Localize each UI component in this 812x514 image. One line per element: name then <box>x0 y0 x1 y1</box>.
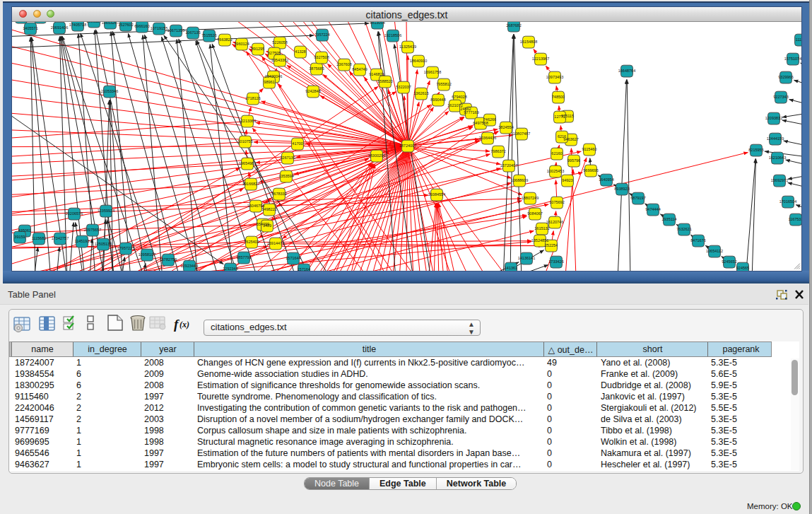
svg-text:435061: 435061 <box>18 229 31 233</box>
svg-text:20691406: 20691406 <box>51 26 68 30</box>
svg-text:11124: 11124 <box>796 38 801 42</box>
svg-text:157164: 157164 <box>298 268 310 271</box>
svg-text:14136141: 14136141 <box>518 257 535 261</box>
svg-text:10671355: 10671355 <box>167 29 184 33</box>
svg-text:1588520: 1588520 <box>377 80 392 84</box>
svg-text:10025453: 10025453 <box>547 170 564 174</box>
svg-text:9146821: 9146821 <box>369 73 384 77</box>
svg-text:9777169: 9777169 <box>464 111 478 115</box>
svg-text:11325419: 11325419 <box>399 45 416 49</box>
svg-text:39159: 39159 <box>14 235 25 240</box>
svg-text:10958107: 10958107 <box>139 253 155 257</box>
svg-text:12505135: 12505135 <box>95 243 112 247</box>
svg-text:9857791: 9857791 <box>236 256 251 260</box>
svg-text:19654982: 19654982 <box>239 162 256 166</box>
svg-text:94923: 94923 <box>562 179 572 183</box>
svg-text:10543362: 10543362 <box>271 59 288 63</box>
svg-text:19384554: 19384554 <box>428 193 445 197</box>
svg-text:12093832: 12093832 <box>765 117 782 121</box>
svg-text:18300295: 18300295 <box>368 154 385 158</box>
svg-text:924565: 924565 <box>736 267 749 271</box>
svg-text:12213967: 12213967 <box>532 57 549 62</box>
svg-text:2687682: 2687682 <box>506 24 521 28</box>
svg-text:16120746: 16120746 <box>546 221 563 225</box>
svg-text:7955812: 7955812 <box>436 83 451 87</box>
svg-text:748500: 748500 <box>552 95 565 100</box>
svg-text:1733426: 1733426 <box>548 260 563 264</box>
svg-text:23420046: 23420046 <box>265 75 282 79</box>
svg-text:6794028: 6794028 <box>452 95 466 100</box>
svg-text:252254: 252254 <box>545 244 558 248</box>
svg-text:10973493: 10973493 <box>546 76 563 80</box>
svg-text:15692971: 15692971 <box>771 179 788 183</box>
svg-text:9115460: 9115460 <box>582 148 596 152</box>
svg-text:7515526: 7515526 <box>201 34 216 38</box>
svg-text:17957225: 17957225 <box>117 247 134 251</box>
svg-text:15751074: 15751074 <box>784 57 801 62</box>
svg-text:19218506: 19218506 <box>384 34 401 38</box>
svg-text:13524851: 13524851 <box>531 239 548 243</box>
svg-text:7357224: 7357224 <box>314 33 329 37</box>
svg-text:9329966: 9329966 <box>778 76 793 80</box>
svg-text:995796: 995796 <box>567 159 580 163</box>
svg-text:9084067: 9084067 <box>527 212 542 216</box>
svg-text:1167533: 1167533 <box>788 218 801 222</box>
svg-text:3489: 3489 <box>263 224 271 228</box>
svg-text:2718126: 2718126 <box>245 97 260 101</box>
svg-text:18807249: 18807249 <box>522 197 539 201</box>
svg-text:7663822: 7663822 <box>217 38 232 42</box>
svg-text:10807487: 10807487 <box>513 132 530 136</box>
svg-text:9242848: 9242848 <box>305 90 320 94</box>
svg-text:15720407: 15720407 <box>500 164 517 168</box>
svg-text:1292344: 1292344 <box>223 267 237 271</box>
svg-text:16210643: 16210643 <box>769 156 786 160</box>
svg-text:2935114: 2935114 <box>661 218 676 222</box>
svg-text:17016504: 17016504 <box>779 200 796 204</box>
svg-text:20364436: 20364436 <box>479 136 496 141</box>
svg-text:10654112: 10654112 <box>706 250 723 254</box>
svg-text:17405718: 17405718 <box>69 23 86 28</box>
svg-text:21053346: 21053346 <box>101 90 118 94</box>
svg-text:1067135: 1067135 <box>185 31 200 35</box>
svg-text:8215955: 8215955 <box>748 148 763 153</box>
svg-text:1010755: 1010755 <box>237 140 252 144</box>
svg-text:9699695: 9699695 <box>583 169 598 173</box>
svg-text:9245652: 9245652 <box>722 260 736 264</box>
svg-text:16782759: 16782759 <box>160 258 177 262</box>
svg-text:7632621: 7632621 <box>676 228 691 232</box>
svg-text:10719155: 10719155 <box>151 27 167 31</box>
svg-text:1527602: 1527602 <box>118 23 133 28</box>
svg-text:10653267: 10653267 <box>102 22 119 25</box>
svg-text:10688609: 10688609 <box>511 179 528 183</box>
svg-text:1353594: 1353594 <box>278 175 293 179</box>
svg-text:3267130: 3267130 <box>280 156 295 160</box>
svg-text:9327508: 9327508 <box>314 56 329 60</box>
svg-text:141361: 141361 <box>505 267 517 271</box>
svg-text:8471676: 8471676 <box>690 239 705 243</box>
svg-text:5226058: 5226058 <box>272 41 287 45</box>
svg-text:98961: 98961 <box>264 81 274 85</box>
svg-text:8990448: 8990448 <box>430 98 445 103</box>
svg-text:41700: 41700 <box>292 142 302 146</box>
svg-text:8678332: 8678332 <box>271 192 286 197</box>
svg-text:1362615: 1362615 <box>413 92 428 96</box>
svg-text:6966160: 6966160 <box>134 25 149 29</box>
svg-text:12771: 12771 <box>554 115 565 119</box>
svg-text:1571644: 1571644 <box>286 257 300 261</box>
svg-text:3824554: 3824554 <box>498 126 513 130</box>
svg-text:1640954: 1640954 <box>599 178 613 182</box>
svg-text:746266: 746266 <box>483 118 496 122</box>
svg-text:7986372: 7986372 <box>490 150 505 154</box>
svg-text:1405571: 1405571 <box>23 27 37 31</box>
svg-text:20206576: 20206576 <box>66 212 83 216</box>
svg-text:19166827: 19166827 <box>242 182 259 187</box>
svg-text:3875685: 3875685 <box>309 67 324 71</box>
svg-text:6216: 6216 <box>558 135 566 139</box>
svg-text:12213369: 12213369 <box>239 119 256 124</box>
svg-text:7625402: 7625402 <box>244 240 259 245</box>
svg-text:41328: 41328 <box>295 50 305 54</box>
svg-text:16154808: 16154808 <box>520 40 537 45</box>
svg-text:12923446: 12923446 <box>181 264 198 269</box>
svg-text:8454749: 8454749 <box>352 68 367 72</box>
svg-text:12359924: 12359924 <box>98 209 114 214</box>
